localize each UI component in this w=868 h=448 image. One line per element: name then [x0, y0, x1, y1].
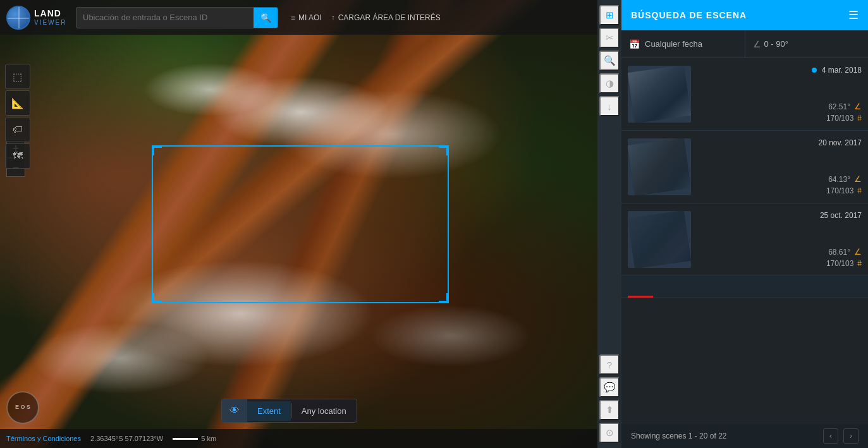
angle-filter[interactable]: ∠ 0 - 90°	[745, 30, 869, 58]
thumb-image	[628, 138, 691, 195]
download2-icon: ⊙	[606, 427, 614, 439]
corner-tr	[439, 147, 448, 155]
scale-label: 5 km	[201, 435, 216, 442]
share-button[interactable]: ⬆	[599, 400, 620, 420]
tag-tool-button[interactable]: 🏷	[5, 117, 30, 142]
comment-button[interactable]: 💬	[599, 377, 620, 397]
extent-button[interactable]: Extent	[247, 401, 291, 421]
scene-date-row: 20 nov. 2017	[697, 138, 862, 147]
scene-date-row: 4 mar. 2018	[697, 66, 862, 75]
panel-header: BÚSQUEDA DE ESCENA ☰	[621, 0, 868, 30]
angle-meta-icon: ∠	[854, 102, 862, 111]
scissors-button[interactable]: ✂	[599, 28, 620, 48]
scene-thumbnail	[628, 138, 691, 195]
logo-globe	[6, 6, 30, 30]
map-area[interactable]: LAND VIEWER 🔍 ≡ MI AOI ↑ CARGAR ÁREA DE …	[0, 0, 601, 448]
meta-grid-row: 170/103 #	[826, 186, 862, 195]
eos-text: E O S	[15, 404, 30, 411]
contrast-button[interactable]: ◑	[599, 73, 620, 94]
top-actions: ≡ MI AOI ↑ CARGAR ÁREA DE INTERÉS	[291, 13, 441, 22]
corner-bl	[153, 293, 162, 302]
cargar-area-button[interactable]: ↑ CARGAR ÁREA DE INTERÉS	[331, 13, 441, 22]
thumb-image	[628, 66, 691, 123]
measure-icon: 📐	[11, 97, 24, 109]
scene-thumbnail	[628, 211, 691, 268]
layers-button[interactable]: ⊞	[599, 5, 620, 25]
grid-meta-icon: #	[857, 259, 862, 268]
next-page-button[interactable]: ›	[843, 428, 859, 444]
crop-icon: ⬚	[13, 71, 22, 83]
meta-angle-row: 68.61° ∠	[828, 247, 862, 257]
thumb-image	[628, 211, 691, 268]
search-box[interactable]: 🔍	[76, 7, 278, 28]
showing-end: 20	[699, 432, 707, 440]
download-icon: ↓	[607, 101, 612, 112]
angle-meta-icon: ∠	[854, 247, 862, 257]
scene-item[interactable]: 4 mar. 2018 62.51° ∠ 170/103 #	[621, 58, 868, 131]
scene-date: 4 mar. 2018	[822, 66, 862, 75]
search-input[interactable]	[76, 13, 254, 22]
cargar-area-label: CARGAR ÁREA DE INTERÉS	[338, 13, 441, 22]
grid-meta-icon: #	[857, 114, 862, 123]
showing-total: 22	[718, 432, 726, 440]
terms-link[interactable]: Términos y Condiciones	[6, 435, 81, 442]
scene-dot	[812, 68, 817, 73]
date-filter-label: Cualquier fecha	[645, 39, 702, 49]
scene-item[interactable]: 25 oct. 2017 68.61° ∠ 170/103 #	[621, 203, 868, 276]
download2-button[interactable]: ⊙	[599, 423, 620, 443]
scene-meta: 64.13° ∠ 170/103 #	[697, 174, 862, 195]
corner-br	[439, 293, 448, 302]
any-location-button[interactable]: Any location	[291, 401, 357, 421]
panel-search-icon: 🔍	[604, 55, 616, 66]
meta-grid-value: 170/103	[826, 259, 853, 268]
crop-tool-button[interactable]: ⬚	[5, 64, 30, 89]
scene-meta: 68.61° ∠ 170/103 #	[697, 247, 862, 268]
eos-logo: E O S	[6, 391, 41, 426]
meta-angle-row: 64.13° ∠	[828, 174, 862, 184]
pagination-row: Showing scenes 1 - 20 of 22 ‹ ›	[621, 423, 868, 448]
corner-tl	[153, 147, 162, 155]
scissors-icon: ✂	[606, 32, 614, 44]
showing-of: of	[710, 432, 718, 440]
selection-rectangle	[152, 145, 449, 303]
scene-list: 4 mar. 2018 62.51° ∠ 170/103 #	[621, 58, 868, 423]
filter-row: 📅 Cualquier fecha ∠ 0 - 90°	[621, 30, 868, 58]
search-button[interactable]: 🔍	[254, 7, 278, 28]
scene-info: 25 oct. 2017 68.61° ∠ 170/103 #	[697, 211, 862, 268]
scene-date: 20 nov. 2017	[818, 138, 862, 147]
extent-toggle: 👁 Extent Any location	[221, 399, 357, 423]
coordinates: 2.36345°S 57.07123°W	[90, 435, 163, 442]
scale-bar	[173, 438, 198, 440]
panel-title: BÚSQUEDA DE ESCENA	[631, 10, 747, 20]
contrast-icon: ◑	[606, 78, 614, 89]
angle-icon: ∠	[753, 39, 761, 49]
panel-menu-icon[interactable]: ☰	[848, 8, 859, 22]
pagination-text: Showing scenes 1 - 20 of 22	[631, 432, 727, 440]
logo-viewer-text: VIEWER	[34, 19, 66, 26]
tag-icon: 🏷	[13, 124, 23, 135]
logo-land-text: LAND	[34, 9, 66, 18]
bottom-bar: Términos y Condiciones 2.36345°S 57.0712…	[0, 429, 601, 448]
angle-filter-label: 0 - 90°	[764, 39, 788, 49]
scene-info: 20 nov. 2017 64.13° ∠ 170/103 #	[697, 138, 862, 195]
help-button[interactable]: ?	[599, 354, 620, 375]
meta-angle-row: 62.51° ∠	[828, 102, 862, 111]
panel-search-button[interactable]: 🔍	[599, 51, 620, 71]
scene-thumbnail	[628, 66, 691, 123]
mi-aoi-label: MI AOI	[298, 13, 322, 22]
scene-item[interactable]: 20 nov. 2017 64.13° ∠ 170/103 #	[621, 131, 868, 203]
map-tool-button[interactable]: 🗺	[5, 143, 30, 169]
meta-angle-value: 68.61°	[828, 248, 850, 257]
panel-download-button[interactable]: ↓	[599, 96, 620, 116]
upload-icon: ↑	[331, 13, 335, 22]
eye-icon: 👁	[222, 399, 247, 422]
date-filter[interactable]: 📅 Cualquier fecha	[621, 30, 745, 58]
meta-grid-value: 170/103	[826, 186, 853, 195]
map-icon: 🗺	[13, 150, 23, 162]
prev-page-button[interactable]: ‹	[823, 428, 838, 444]
mi-aoi-button[interactable]: ≡ MI AOI	[291, 13, 322, 22]
showing-start: 1	[688, 432, 693, 440]
left-tools: ⬚ 📐 🏷 🗺	[0, 35, 35, 175]
measure-tool-button[interactable]: 📐	[5, 90, 30, 116]
layers-icon: ⊞	[606, 9, 614, 21]
